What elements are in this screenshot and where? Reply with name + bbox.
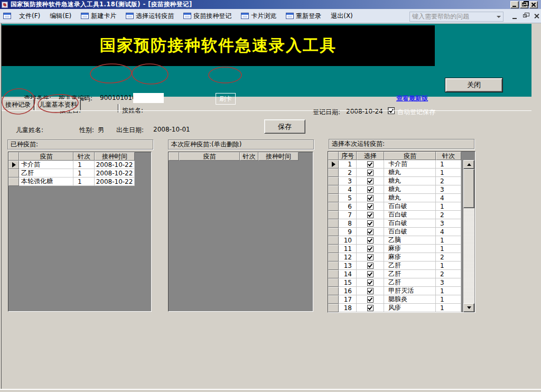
cell-time[interactable]: 2008-10-22 — [95, 178, 135, 186]
cell-seq[interactable]: 16 — [339, 287, 357, 295]
menu-exit[interactable]: 退出(X) — [326, 10, 358, 23]
close-window-button[interactable] — [529, 1, 538, 8]
row-selector[interactable] — [328, 236, 339, 245]
cell-select[interactable] — [357, 278, 384, 287]
cell-dose[interactable]: 1 — [436, 262, 461, 270]
row-checkbox[interactable] — [367, 170, 374, 176]
cell-vaccine[interactable]: 卡介苗 — [384, 160, 436, 169]
column-header-vaccine[interactable]: 疫苗 — [179, 152, 240, 161]
cell-dose[interactable]: 1 — [73, 169, 95, 178]
cell-select[interactable] — [357, 202, 384, 211]
cell-select[interactable] — [357, 219, 384, 228]
row-checkbox[interactable] — [367, 212, 374, 218]
cell-seq[interactable]: 10 — [339, 236, 357, 245]
cell-dose[interactable]: 1 — [436, 287, 461, 295]
mdi-close-button[interactable] — [534, 13, 540, 20]
row-checkbox[interactable] — [367, 305, 374, 311]
cell-seq[interactable]: 6 — [339, 202, 357, 211]
cell-dose[interactable]: 1 — [436, 304, 461, 312]
cell-vaccine[interactable]: 乙肝 — [384, 270, 436, 278]
cell-select[interactable] — [357, 160, 384, 169]
row-selector[interactable] — [8, 161, 19, 169]
table-row[interactable]: 2糖丸1 — [328, 169, 475, 177]
cell-dose[interactable]: 1 — [436, 245, 461, 253]
cell-select[interactable] — [357, 287, 384, 295]
cell-vaccine[interactable]: 风疹 — [384, 304, 436, 312]
row-selector[interactable] — [328, 219, 339, 228]
cell-seq[interactable]: 1 — [339, 160, 357, 169]
latest-version-link[interactable]: 查看最新版 — [396, 94, 428, 103]
row-checkbox[interactable] — [367, 246, 374, 252]
vertical-scrollbar[interactable] — [463, 160, 474, 312]
tab-vaccination-record[interactable]: 接种记录 — [2, 99, 34, 110]
cell-seq[interactable]: 3 — [339, 177, 357, 185]
cell-seq[interactable]: 9 — [339, 228, 357, 236]
scroll-up-button[interactable] — [463, 160, 474, 169]
row-selector[interactable] — [328, 211, 339, 219]
table-row[interactable]: 13乙肝1 — [328, 262, 475, 270]
row-selector[interactable] — [328, 169, 339, 177]
cell-select[interactable] — [357, 185, 384, 194]
cell-vaccine[interactable]: 麻疹 — [384, 245, 436, 253]
cell-vaccine[interactable]: 卡介苗 — [19, 161, 73, 169]
cell-dose[interactable]: 1 — [436, 202, 461, 211]
cell-seq[interactable]: 12 — [339, 253, 357, 262]
column-header-vaccine[interactable]: 疫苗 — [19, 152, 73, 161]
row-checkbox[interactable] — [367, 203, 374, 210]
row-checkbox[interactable] — [367, 195, 374, 201]
column-header-time[interactable]: 接种时间 — [95, 152, 135, 161]
table-row[interactable]: 5糖丸4 — [328, 194, 475, 202]
row-selector[interactable] — [328, 295, 339, 304]
table-row[interactable]: 8百白破3 — [328, 219, 475, 228]
row-checkbox[interactable] — [367, 254, 374, 260]
cell-dose[interactable]: 4 — [436, 194, 461, 202]
menu-file[interactable]: 文件(F) — [14, 10, 45, 23]
cell-select[interactable] — [357, 295, 384, 304]
table-row[interactable]: 1卡介苗1 — [328, 160, 475, 169]
table-row[interactable]: 7百白破2 — [328, 211, 475, 219]
cell-select[interactable] — [357, 262, 384, 270]
cell-dose[interactable]: 1 — [436, 236, 461, 245]
cell-seq[interactable]: 5 — [339, 194, 357, 202]
cell-dose[interactable]: 3 — [436, 278, 461, 287]
menu-card-browse[interactable]: 卡片浏览 — [236, 10, 281, 23]
cell-dose[interactable]: 2 — [436, 211, 461, 219]
cell-time[interactable]: 2008-10-22 — [95, 161, 135, 169]
cell-vaccine[interactable]: 腮腺炎 — [384, 295, 436, 304]
row-selector[interactable] — [328, 262, 339, 270]
cell-vaccine[interactable]: 百白破 — [384, 219, 436, 228]
column-header-dose[interactable]: 针次 — [436, 152, 461, 160]
row-selector[interactable] — [328, 160, 339, 169]
cell-vaccine[interactable]: 百白破 — [384, 228, 436, 236]
cell-seq[interactable]: 2 — [339, 169, 357, 177]
cell-dose[interactable]: 2 — [436, 270, 461, 278]
column-header-vaccine[interactable]: 疫苗 — [384, 152, 436, 160]
cell-vaccine[interactable]: 糖丸 — [384, 185, 436, 194]
cell-dose[interactable]: 1 — [436, 295, 461, 304]
cell-select[interactable] — [357, 253, 384, 262]
code-input[interactable] — [133, 93, 164, 103]
row-selector[interactable] — [328, 270, 339, 278]
menu-relogin[interactable]: 重新登录 — [281, 10, 326, 23]
help-question-box[interactable]: 键入需要帮助的问题 — [409, 12, 503, 22]
cell-seq[interactable]: 17 — [339, 295, 357, 304]
menu-vaccination-register[interactable]: 疫苗接种登记 — [179, 10, 236, 23]
row-selector[interactable] — [328, 194, 339, 202]
menu-select-transfer-vaccine[interactable]: 选择运转疫苗 — [121, 10, 179, 23]
cell-vaccine[interactable]: 糖丸 — [384, 169, 436, 177]
close-form-button[interactable]: 关闭 — [445, 78, 502, 92]
cell-seq[interactable]: 14 — [339, 270, 357, 278]
row-checkbox[interactable] — [367, 186, 374, 193]
cell-seq[interactable]: 13 — [339, 262, 357, 270]
scroll-down-button[interactable] — [463, 303, 474, 312]
row-selector[interactable] — [8, 178, 19, 186]
cell-seq[interactable]: 15 — [339, 278, 357, 287]
table-row[interactable]: 15乙肝3 — [328, 278, 475, 287]
table-row[interactable]: 14乙肝2 — [328, 270, 475, 278]
row-checkbox[interactable] — [367, 229, 374, 235]
table-row[interactable]: 11麻疹1 — [328, 245, 475, 253]
column-header-seq[interactable]: 序号 — [339, 152, 357, 160]
row-checkbox[interactable] — [367, 220, 374, 227]
row-checkbox[interactable] — [367, 288, 374, 294]
cell-time[interactable]: 2008-10-22 — [95, 169, 135, 178]
